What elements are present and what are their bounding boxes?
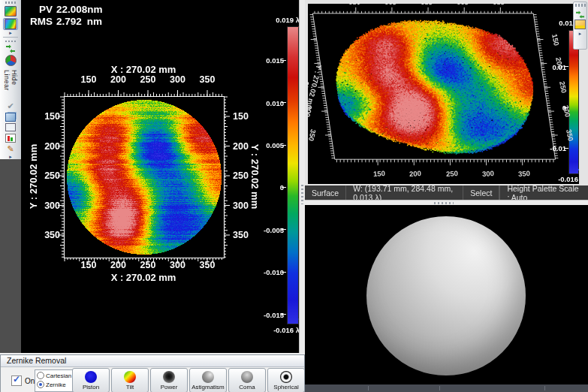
- sync-arrows-icon[interactable]: [575, 8, 585, 18]
- statusbar-mode: Surface: [305, 185, 346, 200]
- colorbar-max-label: 0.019 λ: [276, 16, 300, 24]
- surface-map-2d[interactable]: [21, 0, 299, 353]
- colorbar-right-min-marker[interactable]: [577, 167, 579, 173]
- colorbar-tick: [282, 60, 286, 61]
- pv-value: 22.008: [56, 4, 87, 15]
- mini-toolbar-3d: ▸: [573, 2, 587, 50]
- colorbar-tick: [282, 272, 286, 273]
- cube-3d-icon[interactable]: [4, 113, 17, 122]
- surface-map-icon[interactable]: [4, 6, 17, 17]
- colorbar-tick-label: -0.015: [264, 310, 284, 318]
- x-tick-label-3d: 300: [482, 169, 494, 178]
- tilt-icon: [124, 371, 136, 383]
- surface-map-alt-icon[interactable]: [3, 18, 18, 30]
- surface-map-3d-panel: Y : 270.02 mm 0.019 λ -0.016 λ 150150200…: [305, 0, 588, 185]
- radio-zernike-label: Zernike: [46, 381, 66, 388]
- piston-icon: [85, 371, 97, 383]
- colorbar-tick-label: -0.010: [264, 268, 284, 276]
- toolbar-grip[interactable]: [5, 2, 16, 4]
- flat-box-icon[interactable]: [4, 123, 17, 132]
- x-tick-label-3d: 200: [409, 169, 421, 178]
- colorbar-tick: [564, 66, 568, 67]
- hide-linear-label: Hide Linear: [3, 70, 18, 97]
- pv-label: PV: [27, 4, 53, 15]
- radio-cartesian-label: Cartesian: [46, 372, 71, 379]
- coma-icon: [241, 371, 253, 383]
- colorbar-tick: [282, 145, 286, 146]
- coma-button[interactable]: Coma: [228, 368, 266, 392]
- zernike-removal-panel: Zernike Removal ✓ On Cartesian Zernike P…: [0, 354, 305, 392]
- left-toolbar: ▸ Hide Linear ✔ ✎ ▸: [0, 0, 22, 159]
- toolbar-separator: [3, 37, 18, 38]
- zernike-panel-title: Zernike Removal: [1, 355, 304, 367]
- radio-cartesian[interactable]: Cartesian: [37, 371, 74, 380]
- piston-button[interactable]: Piston: [72, 368, 110, 392]
- sync-arrows-icon[interactable]: [4, 44, 17, 53]
- spherical-button[interactable]: Spherical: [267, 368, 305, 392]
- pv-unit: nm: [87, 4, 102, 15]
- red-green-bars-icon[interactable]: [4, 134, 17, 143]
- zernike-on-checkbox[interactable]: ✓ On: [11, 375, 35, 386]
- height-colorbar-left[interactable]: [287, 26, 299, 324]
- statusbar-readout: W: (193.71 mm, 284.48 mm, 0.013 λ): [346, 185, 463, 200]
- x-tick-label-3d: 250: [445, 169, 457, 178]
- colorbar-tick: [564, 148, 568, 149]
- colorbar-tick-label: -0.005: [264, 225, 284, 234]
- x-tick-label-3d: 150: [373, 169, 385, 178]
- astigmatism-icon: [202, 371, 214, 383]
- rms-unit: nm: [87, 16, 102, 27]
- rms-value: 2.792: [56, 16, 82, 27]
- toolbar-grip[interactable]: [575, 4, 586, 7]
- zernike-on-label: On: [25, 377, 35, 385]
- statusbar-action: Select: [463, 185, 499, 200]
- colorbar-tick: [282, 187, 286, 188]
- intensity-map[interactable]: [366, 216, 526, 375]
- rms-label: RMS: [27, 16, 53, 27]
- statusbar-palette-scale[interactable]: Height Palette Scale : Auto: [499, 185, 588, 200]
- coordinate-mode-group: Cartesian Zernike: [35, 369, 74, 392]
- pencil-icon[interactable]: ✎: [4, 144, 17, 154]
- spherical-icon: [280, 371, 292, 383]
- colorbar-right-min-label: -0.016 λ: [558, 175, 579, 183]
- colorbar-min-label: -0.016 λ: [273, 326, 300, 334]
- intensity-panel: [305, 205, 588, 384]
- toolbar-grip[interactable]: [5, 41, 16, 43]
- checkbox-box[interactable]: ✓: [11, 375, 22, 386]
- power-button[interactable]: Power: [150, 368, 188, 392]
- colorbar-tick: [282, 229, 286, 230]
- check-icon[interactable]: ✔: [4, 101, 17, 111]
- astigmatism-button[interactable]: Astigmatism: [189, 368, 227, 392]
- colorbar-tick: [282, 314, 286, 315]
- tilt-button[interactable]: Tilt: [111, 368, 149, 392]
- overflow-arrow-icon[interactable]: ▸: [579, 32, 582, 36]
- surface-map-3d[interactable]: [308, 4, 574, 182]
- surface-map-2d-panel: PV22.008nm RMS2.792nm X : 270.02 mm X : …: [21, 0, 299, 353]
- palette-icon[interactable]: [574, 20, 586, 29]
- measurement-readout: PV22.008nm RMS2.792nm: [27, 4, 103, 28]
- sphere-rgb-icon[interactable]: [4, 55, 17, 66]
- overflow-arrow-icon[interactable]: ▸: [9, 31, 12, 35]
- radio-zernike[interactable]: Zernike: [37, 380, 74, 389]
- colorbar-tick: [282, 102, 286, 103]
- left-sidebar-background: [0, 159, 22, 353]
- statusbar-3d: Surface W: (193.71 mm, 284.48 mm, 0.013 …: [305, 185, 588, 200]
- bottom-statusbar: [305, 384, 588, 392]
- x-tick-label-3d: 350: [518, 169, 530, 178]
- surface-map-3d-area: Y : 270.02 mm 0.019 λ -0.016 λ 150150200…: [308, 4, 579, 184]
- colorbar-tick: [564, 107, 568, 108]
- application-window: ▸ Hide Linear ✔ ✎ ▸ PV22.008nm RMS2.792n…: [0, 0, 588, 392]
- power-icon: [163, 371, 175, 383]
- height-colorbar-right[interactable]: [568, 30, 579, 174]
